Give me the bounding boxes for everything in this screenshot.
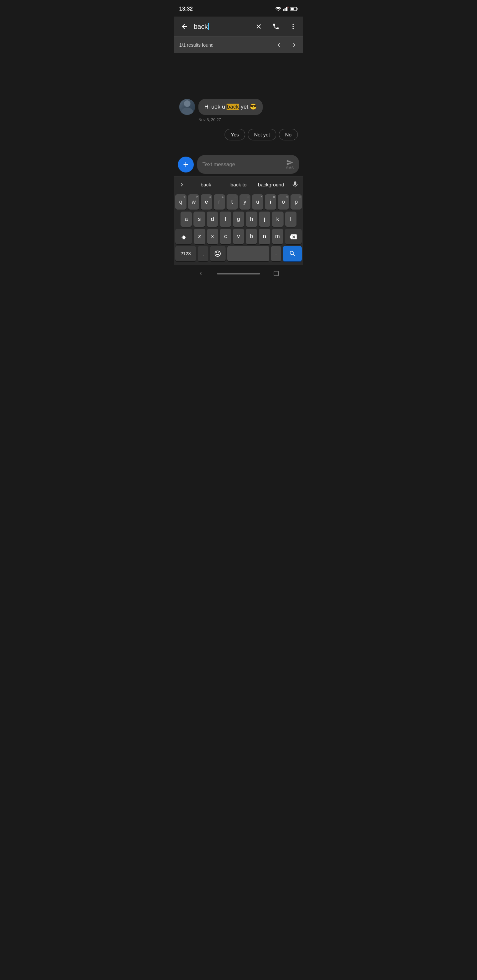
expand-keyboard-button[interactable] bbox=[174, 177, 190, 192]
key-backspace[interactable] bbox=[285, 229, 302, 244]
avatar bbox=[179, 99, 195, 115]
svg-point-13 bbox=[181, 108, 193, 115]
text-cursor bbox=[208, 23, 209, 30]
key-p[interactable]: p0 bbox=[290, 194, 302, 210]
chat-area: Hi uok u back yet 😎 Nov 8, 20:27 Yes Not… bbox=[174, 53, 303, 152]
key-symbols[interactable]: ?123 bbox=[175, 246, 196, 261]
battery-icon bbox=[290, 7, 298, 11]
svg-rect-7 bbox=[297, 8, 297, 10]
key-g[interactable]: g bbox=[233, 212, 244, 227]
keyboard-row-3: z x c v b n m bbox=[175, 229, 302, 244]
input-placeholder: Text message bbox=[203, 162, 286, 167]
message-text-after: yet 😎 bbox=[239, 103, 257, 110]
keyboard-row-2: a s d f g h j k l bbox=[175, 212, 302, 227]
key-k[interactable]: k bbox=[272, 212, 283, 227]
nav-bar bbox=[174, 265, 303, 285]
key-search[interactable] bbox=[283, 246, 302, 261]
key-a[interactable]: a bbox=[180, 212, 192, 227]
next-result-button[interactable] bbox=[290, 41, 298, 49]
suggestion-back-to[interactable]: back to bbox=[222, 177, 255, 192]
clear-search-button[interactable] bbox=[253, 21, 265, 32]
svg-point-12 bbox=[184, 100, 190, 107]
key-z[interactable]: z bbox=[194, 229, 205, 244]
svg-point-11 bbox=[292, 28, 294, 29]
message-row: Hi uok u back yet 😎 bbox=[179, 99, 298, 115]
key-n[interactable]: n bbox=[259, 229, 270, 244]
top-bar-actions bbox=[253, 21, 299, 32]
back-button[interactable] bbox=[178, 20, 191, 33]
nav-back[interactable] bbox=[198, 270, 204, 277]
key-r[interactable]: r4 bbox=[214, 194, 225, 210]
key-f[interactable]: f bbox=[220, 212, 231, 227]
key-u[interactable]: u7 bbox=[252, 194, 263, 210]
key-d[interactable]: d bbox=[207, 212, 218, 227]
wifi-icon bbox=[275, 6, 281, 11]
svg-rect-1 bbox=[284, 8, 286, 11]
status-bar: 13:32 bbox=[174, 0, 303, 17]
avatar-image bbox=[179, 99, 195, 115]
key-i[interactable]: i8 bbox=[265, 194, 276, 210]
keyboard-row-1: q1 w2 e3 r4 t5 y6 u7 i8 o9 p0 bbox=[175, 194, 302, 210]
key-c[interactable]: c bbox=[220, 229, 231, 244]
suggestion-background[interactable]: background bbox=[255, 177, 287, 192]
search-input-wrapper[interactable]: back bbox=[194, 23, 250, 30]
message-input-area: Text message SMS bbox=[174, 152, 303, 177]
quick-replies: Yes Not yet No bbox=[179, 129, 298, 140]
voice-input-button[interactable] bbox=[287, 177, 303, 192]
message-highlight: back bbox=[227, 103, 239, 110]
key-l[interactable]: l bbox=[285, 212, 297, 227]
key-b[interactable]: b bbox=[246, 229, 257, 244]
status-time: 13:32 bbox=[179, 6, 193, 12]
results-navigation bbox=[275, 41, 298, 49]
add-attachment-button[interactable] bbox=[178, 157, 194, 172]
home-indicator bbox=[217, 273, 260, 274]
svg-point-10 bbox=[292, 26, 294, 27]
key-s[interactable]: s bbox=[193, 212, 205, 227]
text-message-input[interactable]: Text message SMS bbox=[197, 155, 299, 174]
send-label: SMS bbox=[286, 166, 294, 170]
key-emoji[interactable] bbox=[210, 246, 226, 261]
more-options-button[interactable] bbox=[287, 21, 299, 32]
quick-reply-not-yet[interactable]: Not yet bbox=[248, 129, 276, 140]
signal-icon bbox=[283, 6, 289, 11]
svg-point-9 bbox=[292, 24, 294, 25]
suggestion-back[interactable]: back bbox=[190, 177, 222, 192]
svg-rect-0 bbox=[283, 9, 284, 11]
quick-reply-no[interactable]: No bbox=[279, 129, 298, 140]
send-button[interactable]: SMS bbox=[286, 159, 294, 170]
prev-result-button[interactable] bbox=[275, 41, 282, 49]
key-e[interactable]: e3 bbox=[201, 194, 212, 210]
svg-rect-14 bbox=[274, 271, 279, 276]
key-t[interactable]: t5 bbox=[227, 194, 238, 210]
key-v[interactable]: v bbox=[233, 229, 244, 244]
key-shift[interactable] bbox=[175, 229, 192, 244]
keyboard: q1 w2 e3 r4 t5 y6 u7 i8 o9 p0 a s d f g … bbox=[174, 192, 303, 265]
key-space[interactable] bbox=[227, 246, 269, 261]
key-comma[interactable]: , bbox=[198, 246, 208, 261]
top-bar: back bbox=[174, 17, 303, 37]
key-o[interactable]: o9 bbox=[278, 194, 289, 210]
call-button[interactable] bbox=[270, 21, 282, 32]
keyboard-suggestions: back back to background bbox=[174, 177, 303, 192]
nav-square[interactable] bbox=[273, 270, 279, 277]
search-results-bar: 1/1 results found bbox=[174, 37, 303, 53]
results-count: 1/1 results found bbox=[179, 42, 214, 48]
quick-reply-yes[interactable]: Yes bbox=[225, 129, 245, 140]
message-timestamp: Nov 8, 20:27 bbox=[198, 118, 298, 122]
message-bubble: Hi uok u back yet 😎 bbox=[198, 99, 263, 115]
key-q[interactable]: q1 bbox=[175, 194, 187, 210]
svg-rect-2 bbox=[286, 7, 287, 11]
suggestions-list: back back to background bbox=[190, 177, 287, 192]
search-text-before: back bbox=[194, 23, 208, 30]
status-icons bbox=[275, 6, 298, 11]
key-y[interactable]: y6 bbox=[239, 194, 251, 210]
key-period[interactable]: . bbox=[271, 246, 282, 261]
svg-rect-8 bbox=[291, 8, 294, 10]
key-h[interactable]: h bbox=[246, 212, 257, 227]
keyboard-row-4: ?123 , . bbox=[175, 246, 302, 261]
message-text-before: Hi uok u bbox=[204, 103, 227, 110]
key-w[interactable]: w2 bbox=[188, 194, 199, 210]
key-m[interactable]: m bbox=[272, 229, 283, 244]
key-j[interactable]: j bbox=[259, 212, 270, 227]
key-x[interactable]: x bbox=[207, 229, 218, 244]
